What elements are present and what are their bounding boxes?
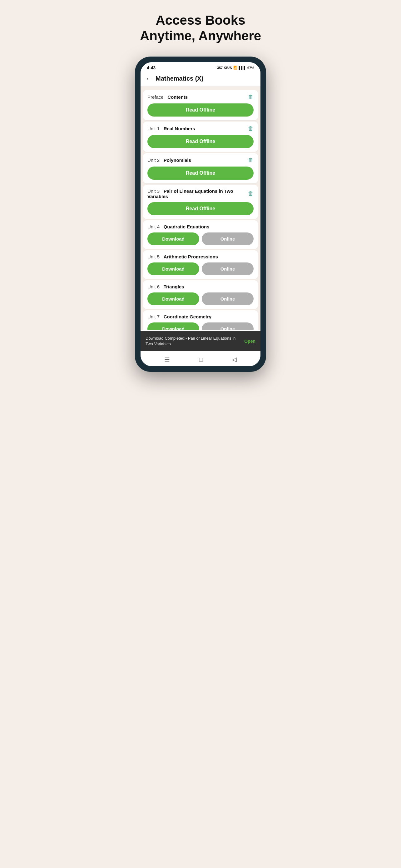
read-offline-btn-unit1[interactable]: Read Offline [147, 135, 254, 148]
online-btn-unit5[interactable]: Online [202, 262, 254, 275]
back-nav-icon[interactable]: ◁ [232, 355, 237, 363]
unit-label-unit7: Unit 7 Coordinate Geometry [147, 314, 211, 319]
read-offline-btn-unit3[interactable]: Read Offline [147, 202, 254, 215]
snackbar-message: Download Completed:- Pair of Linear Equa… [145, 336, 240, 347]
unit-label-unit1: Unit 1 Real Numbers [147, 126, 195, 131]
signal-icon: ▌▌▌ [239, 66, 246, 70]
unit-label-preface: Preface Contents [147, 94, 188, 100]
content-area: Preface Contents 🗑 Read Offline Unit 1 R… [140, 86, 261, 330]
read-offline-btn-preface[interactable]: Read Offline [147, 103, 254, 117]
unit-header-unit5: Unit 5 Arithmetic Progressions [147, 254, 254, 259]
unit-header-unit7: Unit 7 Coordinate Geometry [147, 314, 254, 319]
unit-card-unit2: Unit 2 Polynomials 🗑 Read Offline [143, 153, 258, 183]
back-button[interactable]: ← [145, 75, 153, 83]
read-offline-btn-unit2[interactable]: Read Offline [147, 166, 254, 180]
action-buttons-unit4: Download Online [147, 232, 254, 245]
unit-card-unit4: Unit 4 Quadratic Equations Download Onli… [143, 220, 258, 249]
unit-label-unit4: Unit 4 Quadratic Equations [147, 224, 209, 229]
snackbar: Download Completed:- Pair of Linear Equa… [140, 331, 261, 351]
action-buttons-unit6: Download Online [147, 292, 254, 305]
unit-card-preface: Preface Contents 🗑 Read Offline [143, 90, 258, 120]
unit-label-unit2: Unit 2 Polynomials [147, 157, 191, 163]
trash-icon-unit2[interactable]: 🗑 [248, 157, 254, 163]
unit-header-unit6: Unit 6 Triangles [147, 284, 254, 289]
unit-card-unit7: Unit 7 Coordinate Geometry Download Onli… [143, 310, 258, 330]
unit-card-unit5: Unit 5 Arithmetic Progressions Download … [143, 250, 258, 279]
battery-level: 67% [247, 66, 254, 70]
snackbar-open-button[interactable]: Open [244, 339, 256, 344]
trash-icon-unit3[interactable]: 🗑 [248, 190, 254, 197]
unit-header-unit3: Unit 3 Pair of Linear Equations in Two V… [147, 188, 254, 199]
menu-icon[interactable]: ☰ [164, 355, 170, 363]
trash-icon-unit1[interactable]: 🗑 [248, 125, 254, 132]
unit-label-unit3: Unit 3 Pair of Linear Equations in Two V… [147, 188, 248, 199]
unit-header-unit1: Unit 1 Real Numbers 🗑 [147, 125, 254, 132]
phone-frame: 4:43 357 KB/S 📶 ▌▌▌ 67% ← Mathematics (X… [135, 57, 266, 372]
status-bar: 4:43 357 KB/S 📶 ▌▌▌ 67% [140, 62, 261, 72]
unit-header-unit4: Unit 4 Quadratic Equations [147, 224, 254, 229]
nav-bar: ← Mathematics (X) [140, 72, 261, 86]
unit-header: Preface Contents 🗑 [147, 94, 254, 100]
download-btn-unit7[interactable]: Download [147, 322, 199, 330]
download-btn-unit5[interactable]: Download [147, 262, 199, 275]
unit-header-unit2: Unit 2 Polynomials 🗑 [147, 157, 254, 163]
status-icons: 357 KB/S 📶 ▌▌▌ 67% [217, 66, 254, 70]
page-title: Access Books Anytime, Anywhere [140, 12, 261, 44]
unit-card-unit6: Unit 6 Triangles Download Online [143, 280, 258, 309]
unit-card-unit1: Unit 1 Real Numbers 🗑 Read Offline [143, 122, 258, 152]
trash-icon-preface[interactable]: 🗑 [248, 94, 254, 100]
download-btn-unit6[interactable]: Download [147, 292, 199, 305]
network-speed: 357 KB/S [217, 66, 232, 70]
online-btn-unit7[interactable]: Online [202, 322, 254, 330]
wifi-icon: 📶 [233, 66, 238, 70]
home-icon[interactable]: □ [199, 356, 203, 363]
phone-screen: 4:43 357 KB/S 📶 ▌▌▌ 67% ← Mathematics (X… [140, 62, 261, 366]
action-buttons-unit5: Download Online [147, 262, 254, 275]
online-btn-unit6[interactable]: Online [202, 292, 254, 305]
online-btn-unit4[interactable]: Online [202, 232, 254, 245]
unit-card-unit3: Unit 3 Pair of Linear Equations in Two V… [143, 185, 258, 219]
screen-title: Mathematics (X) [156, 75, 203, 82]
status-time: 4:43 [147, 65, 156, 70]
bottom-nav-bar: ☰ □ ◁ [140, 351, 261, 366]
action-buttons-unit7: Download Online [147, 322, 254, 330]
download-btn-unit4[interactable]: Download [147, 232, 199, 245]
unit-label-unit6: Unit 6 Triangles [147, 284, 184, 289]
unit-label-unit5: Unit 5 Arithmetic Progressions [147, 254, 218, 259]
